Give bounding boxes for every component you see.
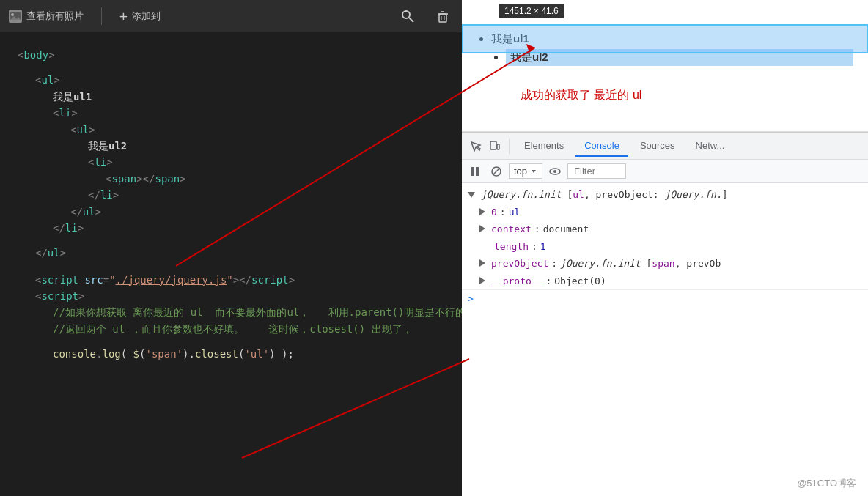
delete-button[interactable]: [433, 6, 453, 26]
code-line: console.log( $('span').closest('ul') );: [18, 346, 462, 362]
block-icon[interactable]: [488, 163, 504, 179]
code-line: <script>: [18, 288, 462, 304]
code-line: 我是ul2: [18, 138, 462, 154]
code-line: [18, 337, 462, 346]
code-line: </ul>: [18, 245, 462, 261]
svg-rect-6: [439, 14, 446, 22]
svg-point-19: [553, 170, 556, 173]
search-icon: [400, 9, 415, 23]
prompt-arrow: >: [468, 293, 474, 304]
devtools-panel: Elements Console Sources Netw...: [462, 132, 868, 496]
tab-console[interactable]: Console: [575, 136, 628, 157]
console-item-length: length : 1: [462, 238, 868, 256]
add-to-button[interactable]: + 添加到: [119, 8, 161, 23]
code-line: //返回两个 ul ，而且你参数也不好填。 这时候，closest() 出现了，: [18, 321, 462, 337]
code-line: [18, 236, 462, 245]
code-line: <ul>: [18, 72, 462, 88]
devtools-tab-bar: Elements Console Sources Netw...: [462, 133, 868, 160]
view-all-photos-button[interactable]: 查看所有照片: [9, 10, 84, 23]
code-line: <span></span>: [18, 171, 462, 187]
svg-rect-14: [476, 167, 479, 176]
highlight-overlay: [462, 24, 868, 53]
svg-point-2: [11, 13, 14, 16]
run-icon[interactable]: [468, 163, 484, 179]
add-to-label: 添加到: [132, 10, 161, 23]
tab-separator: [509, 139, 510, 154]
expand-icon[interactable]: [479, 225, 485, 232]
tab-elements[interactable]: Elements: [515, 136, 573, 157]
console-prompt[interactable]: >: [462, 289, 868, 307]
dropdown-arrow-icon: [530, 168, 537, 175]
svg-rect-11: [490, 141, 496, 149]
view-all-photos-label: 查看所有照片: [26, 10, 84, 23]
code-line: //如果你想获取 离你最近的 ul 而不要最外面的ul， 利用.parent()…: [18, 304, 462, 320]
code-line: [18, 63, 462, 72]
svg-rect-12: [497, 144, 499, 149]
expand-icon[interactable]: [479, 259, 485, 267]
browser-preview: 1451.2 × 41.6 我是ul1 我是ul2 成功的获取了 最近的 ul: [462, 0, 868, 132]
code-line: </li>: [18, 187, 462, 203]
inspect-icon[interactable]: [468, 138, 484, 155]
console-item-main[interactable]: jQuery.fn.init [ul, prevObject: jQuery.f…: [462, 186, 868, 204]
toolbar-separator: [101, 7, 102, 25]
console-item-proto[interactable]: __proto__ : Object(0): [462, 273, 868, 290]
expand-arrow-icon[interactable]: [468, 192, 475, 198]
editor-toolbar: 查看所有照片 + 添加到: [0, 0, 462, 32]
context-selector[interactable]: top: [509, 163, 542, 179]
trash-icon: [435, 9, 450, 23]
svg-line-5: [409, 18, 413, 22]
code-line: <li>: [18, 154, 462, 170]
success-message: 成功的获取了 最近的 ul: [521, 88, 641, 103]
code-line: <script src="./jquery/jquery.js" ></scri…: [18, 272, 462, 288]
tab-sources[interactable]: Sources: [631, 136, 684, 157]
code-line: <ul>: [18, 122, 462, 138]
code-line: </li>: [18, 220, 462, 236]
code-content-area: <body> <ul> 我是ul1 <li> <ul> 我是ul2 <li> <: [0, 32, 462, 374]
svg-marker-17: [532, 170, 536, 173]
code-line: </ul>: [18, 204, 462, 220]
element-tooltip: 1451.2 × 41.6: [499, 4, 564, 18]
expand-icon[interactable]: [479, 208, 485, 215]
expand-icon[interactable]: [479, 277, 485, 284]
code-line: <li>: [18, 105, 462, 121]
plus-icon: +: [119, 8, 128, 23]
search-button[interactable]: [397, 6, 418, 26]
console-output: jQuery.fn.init [ul, prevObject: jQuery.f…: [462, 183, 868, 496]
tooltip-text: 1451.2 × 41.6: [504, 6, 559, 16]
svg-line-16: [493, 168, 500, 175]
code-line: 我是ul1: [18, 89, 462, 105]
console-item-prevobject[interactable]: prevObject : jQuery.fn.init [span, prevO…: [462, 255, 868, 273]
filter-input[interactable]: [567, 163, 626, 179]
tab-network[interactable]: Netw...: [687, 136, 734, 157]
right-panel: 1451.2 × 41.6 我是ul1 我是ul2 成功的获取了 最近的 ul: [462, 0, 868, 496]
console-item-context[interactable]: context : document: [462, 221, 868, 238]
svg-rect-13: [471, 167, 474, 176]
device-icon[interactable]: [487, 138, 503, 155]
watermark: @51CTO博客: [797, 477, 856, 490]
console-item-0[interactable]: 0 : ul: [462, 204, 868, 221]
eye-icon[interactable]: [547, 163, 563, 179]
code-line: <body>: [18, 47, 462, 63]
image-icon: [9, 10, 22, 23]
svg-point-4: [402, 11, 410, 18]
console-toolbar: top: [462, 160, 868, 183]
code-editor: 查看所有照片 + 添加到 <body>: [0, 0, 462, 496]
code-line: [18, 262, 462, 272]
